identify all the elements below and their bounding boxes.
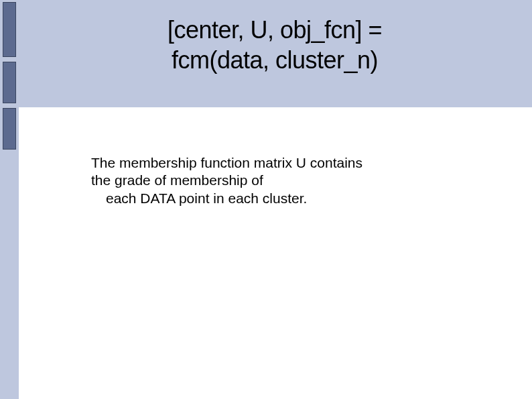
title-line-1: [center, U, obj_fcn] = (60, 15, 489, 45)
title-line-2: fcm(data, cluster_n) (60, 45, 489, 75)
sidebar-block (3, 2, 16, 57)
sidebar-decoration (0, 0, 19, 399)
slide-title: [center, U, obj_fcn] = fcm(data, cluster… (60, 15, 489, 75)
sidebar-block (3, 108, 16, 150)
body-line-1: The membership function matrix U contain… (91, 154, 440, 172)
body-paragraph: The membership function matrix U contain… (91, 154, 440, 207)
body-line-3: each DATA point in each cluster. (91, 190, 440, 207)
slide-body: The membership function matrix U contain… (19, 107, 532, 399)
body-line-2: the grade of membership of (91, 172, 440, 189)
sidebar-block (3, 62, 16, 103)
